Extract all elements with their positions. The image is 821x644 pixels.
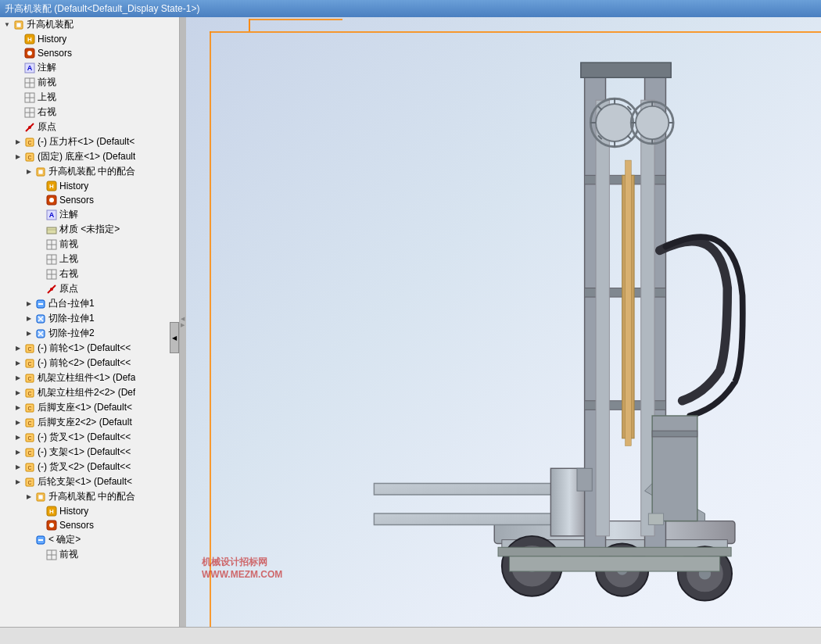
- tree-item-frame-col-2[interactable]: ▶C机架立柱组件2<2> (Def: [0, 385, 179, 400]
- tree-expand-mates-1[interactable]: ▶: [23, 166, 34, 177]
- tree-item-front-view-2[interactable]: 前视: [0, 237, 179, 252]
- tree-label-rear-wheel-frame: 后轮支架<1> (Default<: [38, 475, 132, 488]
- panel-collapse-button[interactable]: ◀: [170, 322, 179, 353]
- title-text: 升高机装配 (Default<Default_Display State-1>): [5, 2, 199, 16]
- tree-label-frame-col-1: 机架立柱组件<1> (Defa: [38, 371, 135, 385]
- tree-expand-rear-foot-1[interactable]: ▶: [13, 402, 23, 413]
- tree-item-history-2[interactable]: HHistory: [0, 179, 179, 193]
- tree-expand-right-view-1: [13, 107, 23, 118]
- watermark-line1: 机械设计招标网: [202, 556, 282, 569]
- tree-item-cut-extrude-1[interactable]: ▶切除-拉伸1: [0, 311, 179, 326]
- origin-icon-origin-2: [45, 283, 58, 295]
- tree-item-bracket-1[interactable]: ▶C(-) 支架<1> (Default<<: [0, 445, 179, 460]
- tree-item-origin-1[interactable]: 原点: [0, 120, 179, 134]
- tree-expand-rear-foot-2[interactable]: ▶: [13, 417, 23, 428]
- svg-rect-113: [626, 160, 632, 445]
- tree-item-top-view-1[interactable]: 上视: [0, 90, 179, 105]
- plane-icon-front-view-3: [45, 549, 58, 561]
- tree-item-origin-2[interactable]: 原点: [0, 281, 179, 296]
- svg-text:A: A: [27, 64, 33, 72]
- tree-label-cut-extrude-1: 切除-拉伸1: [48, 312, 95, 325]
- tree-expand-boss-extrude[interactable]: ▶: [23, 299, 34, 309]
- assembly-icon-mates-1: [34, 166, 47, 178]
- tree-item-rear-foot-2[interactable]: ▶C后脚支座2<2> (Default: [0, 415, 179, 430]
- tree-item-front-view-1[interactable]: 前视: [0, 75, 179, 90]
- component-icon-base: C: [23, 151, 36, 163]
- tree-item-annotation-2[interactable]: A注解: [0, 207, 179, 222]
- tree-expand-top-view-1: [13, 92, 23, 103]
- tree-container: ▼升高机装配HHistorySensorsA注解前视上视右视原点▶C(-) 压力…: [0, 17, 179, 562]
- tree-expand-frame-col-2[interactable]: ▶: [13, 388, 23, 399]
- tree-expand-fork-2[interactable]: ▶: [13, 462, 23, 473]
- tree-item-pressure-rod[interactable]: ▶C(-) 压力杆<1> (Default<: [0, 134, 179, 149]
- tree-item-mates-1[interactable]: ▶升高机装配 中的配合: [0, 164, 179, 179]
- svg-point-5: [27, 51, 32, 55]
- tree-item-right-view-1[interactable]: 右视: [0, 105, 179, 120]
- tree-item-history-3[interactable]: HHistory: [0, 504, 179, 518]
- svg-rect-73: [38, 495, 43, 499]
- plane-icon-right-view-1: [23, 106, 36, 119]
- tree-item-more-items[interactable]: < 确定>: [0, 532, 179, 547]
- svg-rect-1: [16, 23, 21, 27]
- tree-item-sensors-1[interactable]: Sensors: [0, 46, 179, 60]
- tree-expand-root[interactable]: ▼: [2, 20, 13, 30]
- tree-label-top-view-2: 上视: [59, 252, 78, 266]
- tree-item-top-view-2[interactable]: 上视: [0, 252, 179, 267]
- watermark: 机械设计招标网 WWW.MEZM.COM: [202, 556, 282, 580]
- tree-label-more-items: < 确定>: [48, 533, 81, 546]
- tree-item-annotation-1[interactable]: A注解: [0, 60, 179, 75]
- tree-expand-pressure-rod[interactable]: ▶: [13, 137, 23, 148]
- feature-tree-panel[interactable]: ▼升高机装配HHistorySensorsA注解前视上视右视原点▶C(-) 压力…: [0, 17, 180, 627]
- tree-item-sensors-3[interactable]: Sensors: [0, 518, 179, 532]
- tree-expand-front-wheel-2[interactable]: ▶: [13, 358, 23, 369]
- cut-icon-cut-extrude-2: [34, 327, 47, 340]
- tree-item-frame-col-1[interactable]: ▶C机架立柱组件<1> (Defa: [0, 370, 179, 385]
- tree-label-rear-foot-1: 后脚支座<1> (Default<: [38, 401, 132, 414]
- tree-expand-more-items: [23, 535, 34, 546]
- tree-item-root[interactable]: ▼升高机装配: [0, 17, 179, 32]
- tree-label-right-view-2: 右视: [59, 267, 78, 281]
- tree-label-sensors-3: Sensors: [59, 520, 94, 531]
- svg-text:H: H: [49, 508, 54, 515]
- annotation-icon-annotation-2: A: [45, 209, 58, 221]
- feature-icon-more-items: [34, 534, 47, 546]
- tree-item-cut-extrude-2[interactable]: ▶切除-拉伸2: [0, 326, 179, 341]
- tree-item-boss-extrude[interactable]: ▶凸台-拉伸1: [0, 296, 179, 311]
- tree-expand-base[interactable]: ▶: [13, 152, 23, 163]
- tree-item-history-1[interactable]: HHistory: [0, 32, 179, 46]
- plane-icon-front-view-1: [23, 77, 36, 89]
- 3d-viewport[interactable]: 机械设计招标网 WWW.MEZM.COM: [186, 17, 821, 627]
- tree-item-rear-wheel-frame[interactable]: ▶C后轮支架<1> (Default<: [0, 474, 179, 489]
- tree-expand-rear-wheel-frame[interactable]: ▶: [13, 477, 23, 488]
- svg-rect-45: [38, 303, 43, 305]
- tree-item-front-view-3[interactable]: 前视: [0, 547, 179, 562]
- tree-item-right-view-2[interactable]: 右视: [0, 267, 179, 281]
- tree-expand-front-view-3: [34, 549, 45, 560]
- tree-item-base[interactable]: ▶C(固定) 底座<1> (Default: [0, 149, 179, 164]
- tree-label-pressure-rod: (-) 压力杆<1> (Default<: [38, 135, 134, 148]
- tree-expand-front-wheel-1[interactable]: ▶: [13, 343, 23, 354]
- tree-label-front-wheel-2: (-) 前轮<2> (Default<<: [38, 356, 131, 370]
- tree-expand-cut-extrude-1[interactable]: ▶: [23, 313, 34, 324]
- tree-item-rear-foot-1[interactable]: ▶C后脚支座<1> (Default<: [0, 400, 179, 415]
- tree-label-sensors-2: Sensors: [59, 195, 94, 206]
- tree-item-material[interactable]: 材质 <未指定>: [0, 222, 179, 237]
- tree-label-boss-extrude: 凸台-拉伸1: [48, 297, 95, 310]
- panel-splitter[interactable]: [180, 17, 186, 627]
- tree-expand-cut-extrude-2[interactable]: ▶: [23, 328, 34, 339]
- tree-item-mates-2[interactable]: ▶升高机装配 中的配合: [0, 489, 179, 504]
- plane-icon-top-view-1: [23, 91, 36, 104]
- tree-expand-bracket-1[interactable]: ▶: [13, 447, 23, 458]
- tree-expand-frame-col-1[interactable]: ▶: [13, 373, 23, 384]
- tree-item-front-wheel-1[interactable]: ▶C(-) 前轮<1> (Default<<: [0, 341, 179, 356]
- svg-text:C: C: [27, 361, 31, 367]
- material-icon-material: [45, 224, 58, 236]
- svg-rect-115: [652, 431, 697, 437]
- tree-expand-fork-1[interactable]: ▶: [13, 432, 23, 443]
- tree-item-fork-2[interactable]: ▶C(-) 货叉<2> (Default<<: [0, 460, 179, 474]
- tree-item-fork-1[interactable]: ▶C(-) 货叉<1> (Default<<: [0, 430, 179, 445]
- tree-item-front-wheel-2[interactable]: ▶C(-) 前轮<2> (Default<<: [0, 356, 179, 370]
- svg-rect-127: [648, 513, 663, 524]
- tree-expand-mates-2[interactable]: ▶: [23, 492, 34, 503]
- tree-item-sensors-2[interactable]: Sensors: [0, 193, 179, 207]
